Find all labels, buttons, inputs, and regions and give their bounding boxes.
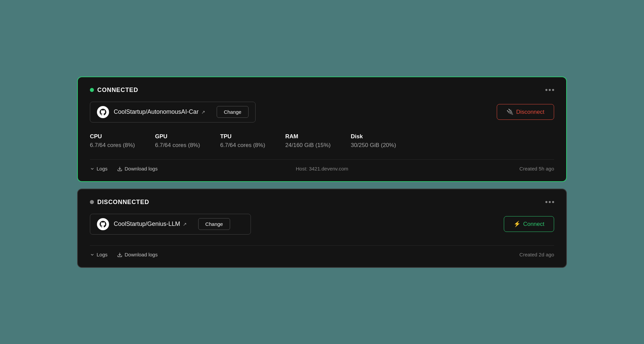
- github-icon: [97, 106, 109, 118]
- connected-card: CONNECTED CoolStartup/AutonomousAI-Car ↗…: [77, 77, 567, 182]
- gpu-metric: GPU 6.7/64 cores (8%): [155, 133, 200, 149]
- card-header-2: DISCONNECTED: [90, 199, 554, 206]
- more-options-button-2[interactable]: [545, 201, 554, 203]
- download-logs-button-1[interactable]: Download logs: [117, 166, 158, 171]
- card-footer-2: Logs Download logs Created 2d ago: [90, 245, 554, 258]
- repo-info-2: CoolStartup/Genius-LLM ↗ Change: [90, 214, 251, 235]
- host-text: Host: 3421.devenv.com: [296, 166, 348, 171]
- disconnect-button[interactable]: 🔌 Disconnect: [497, 104, 554, 120]
- repo-row-2: CoolStartup/Genius-LLM ↗ Change ⚡ Connec…: [90, 214, 554, 235]
- status-dot-disconnected: [90, 200, 94, 204]
- metrics-row: CPU 6.7/64 cores (8%) GPU 6.7/64 cores (…: [90, 133, 554, 149]
- disk-metric: Disk 30/250 GiB (20%): [351, 133, 396, 149]
- tpu-metric: TPU 6.7/64 cores (8%): [220, 133, 265, 149]
- disconnected-status-label: DISCONNECTED: [97, 199, 149, 206]
- card-header: CONNECTED: [90, 87, 554, 94]
- external-link-icon-1[interactable]: ↗: [201, 109, 205, 115]
- more-options-button[interactable]: [545, 89, 554, 91]
- github-icon-2: [97, 218, 109, 230]
- change-button-2[interactable]: Change: [198, 218, 230, 230]
- status-dot-connected: [90, 88, 94, 92]
- repo-info: CoolStartup/AutonomousAI-Car ↗ Change: [90, 102, 256, 122]
- created-text-2: Created 2d ago: [520, 252, 554, 257]
- disconnect-icon: 🔌: [506, 108, 514, 115]
- connect-icon: ⚡: [514, 220, 521, 228]
- logs-toggle-2[interactable]: Logs: [90, 252, 108, 257]
- repo-name-2: CoolStartup/Genius-LLM ↗: [114, 220, 187, 228]
- download-icon-1: [117, 166, 122, 171]
- chevron-down-icon-2: [90, 252, 95, 257]
- logs-toggle-1[interactable]: Logs: [90, 166, 108, 171]
- ram-metric: RAM 24/160 GiB (15%): [285, 133, 331, 149]
- chevron-down-icon-1: [90, 166, 95, 171]
- status-row-2: DISCONNECTED: [90, 199, 149, 206]
- repo-name-1: CoolStartup/AutonomousAI-Car ↗: [114, 108, 205, 115]
- download-logs-button-2[interactable]: Download logs: [117, 252, 158, 257]
- external-link-icon-2[interactable]: ↗: [183, 222, 187, 227]
- card-footer-1: Logs Download logs Host: 3421.devenv.com…: [90, 159, 554, 172]
- connected-status-label: CONNECTED: [97, 87, 138, 94]
- repo-row: CoolStartup/AutonomousAI-Car ↗ Change 🔌 …: [90, 102, 554, 122]
- status-row: CONNECTED: [90, 87, 138, 94]
- disconnected-card: DISCONNECTED CoolStartup/Genius-LLM ↗ Ch…: [77, 189, 567, 268]
- connect-button[interactable]: ⚡ Connect: [504, 216, 554, 232]
- cpu-metric: CPU 6.7/64 cores (8%): [90, 133, 135, 149]
- created-text-1: Created 5h ago: [520, 166, 554, 171]
- change-button-1[interactable]: Change: [217, 106, 249, 118]
- download-icon-2: [117, 252, 122, 257]
